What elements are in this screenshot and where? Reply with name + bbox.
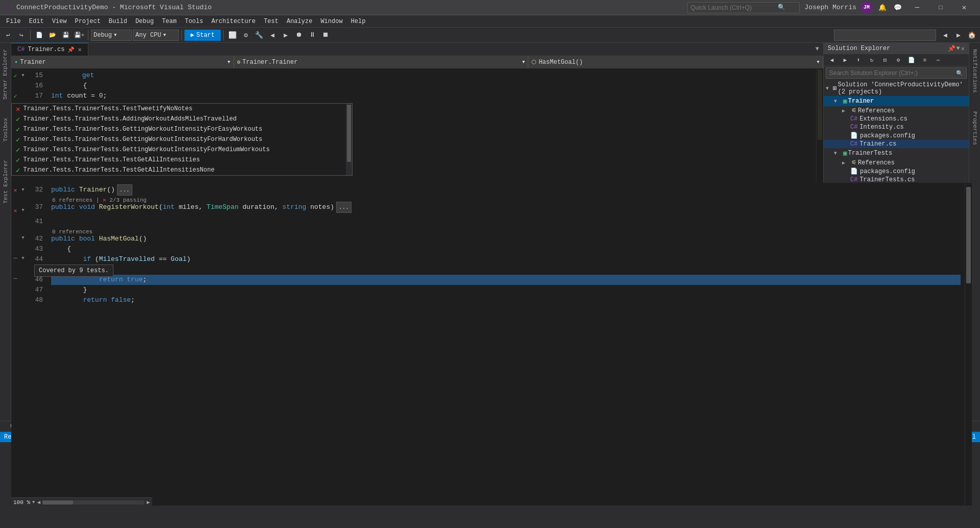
tab-close-icon[interactable]: ✕ — [78, 46, 81, 54]
test-popup-scrollbar[interactable] — [346, 104, 352, 175]
menu-window[interactable]: Window — [316, 15, 346, 28]
scroll-track[interactable] — [42, 500, 145, 505]
menu-help[interactable]: Help — [347, 15, 370, 28]
se-menu-icon[interactable]: ▼ — [956, 45, 960, 53]
lower-scrollbar[interactable] — [965, 183, 972, 421]
toolbar-btn5[interactable]: ▶ — [279, 29, 292, 41]
lower-code-content[interactable]: public Trainer() ... 6 references | ✕ 2/… — [47, 183, 965, 421]
tree-references-trainertests[interactable]: ▶ ⚟ References — [824, 158, 969, 167]
se-btn-extra[interactable]: ⋯ — [932, 54, 944, 66]
test-item-7[interactable]: ✓ Trainer.Tests.TrainerTests.TestGetAllI… — [12, 165, 352, 175]
se-btn-collapse[interactable]: ≡ — [919, 54, 931, 66]
debug-config-dropdown[interactable]: Debug ▼ — [91, 30, 132, 41]
tree-project-trainer[interactable]: ▼ ▣ Trainer — [824, 96, 969, 106]
zoom-scroll-left[interactable]: ◀ — [37, 499, 40, 506]
se-pin-icon[interactable]: 📌 — [948, 45, 955, 53]
toolbar-btn2[interactable]: ⚙ — [240, 29, 252, 41]
toolbar-btn8[interactable]: ⏹ — [319, 29, 332, 41]
nav-class-dropdown[interactable]: ▪ Trainer ▼ — [11, 56, 234, 68]
test-item-5[interactable]: ✓ Trainer.Tests.TrainerTests.GettingWork… — [12, 145, 352, 155]
tab-expand-button[interactable]: ▼ — [811, 43, 823, 56]
tree-solution[interactable]: ▼ ⊞ Solution 'ConnectProductivityDemo' (… — [824, 81, 969, 96]
toolbar-btn6[interactable]: ⏺ — [293, 29, 305, 41]
toolbox-tab[interactable]: Toolbox — [1, 114, 10, 146]
toolbar-save-all[interactable]: 💾+ — [73, 29, 85, 41]
toolbar-new[interactable]: 📄 — [33, 29, 45, 41]
editor-tab-trainer[interactable]: C# Trainer.cs 📌 ✕ — [11, 43, 88, 56]
se-search-box[interactable]: 🔍 — [826, 67, 967, 79]
se-btn-home[interactable]: ⬆ — [852, 54, 865, 66]
menu-test[interactable]: Test — [260, 15, 283, 28]
tree-project-trainertests[interactable]: ▼ ▣ TrainerTests — [824, 148, 969, 158]
nav-home[interactable]: 🏠 — [966, 29, 978, 41]
title-search-box[interactable]: 🔍 — [687, 2, 800, 13]
se-btn-refresh[interactable]: ↻ — [866, 54, 878, 66]
collapsed-32[interactable]: ... — [117, 184, 132, 196]
zoom-scroll-right[interactable]: ▶ — [147, 499, 150, 506]
se-close-icon[interactable]: ✕ — [961, 45, 965, 53]
cs-icon-trainer: C# — [850, 140, 857, 148]
menu-debug[interactable]: Debug — [131, 15, 158, 28]
test-item-1[interactable]: ✕ Trainer.Tests.TrainerTests.TestTweetif… — [12, 104, 352, 114]
platform-dropdown[interactable]: Any CPU ▼ — [133, 30, 179, 41]
menu-file[interactable]: File — [2, 15, 25, 28]
feedback-icon[interactable]: 💬 — [890, 0, 905, 15]
test-item-6[interactable]: ✓ Trainer.Tests.TrainerTests.TestGetAllI… — [12, 155, 352, 165]
toolbar-btn4[interactable]: ◀ — [266, 29, 278, 41]
maximize-button[interactable]: □ — [929, 0, 952, 15]
notifications-tab[interactable]: Notifications — [970, 45, 979, 97]
se-btn-filter[interactable]: ⊟ — [879, 54, 891, 66]
toolbar-save[interactable]: 💾 — [60, 29, 72, 41]
collapsed-37[interactable]: ... — [336, 202, 352, 213]
nav-back[interactable]: ◀ — [939, 29, 951, 41]
toolbar-btn7[interactable]: ⏸ — [306, 29, 318, 41]
toolbar-btn3[interactable]: 🔧 — [253, 29, 265, 41]
menu-project[interactable]: Project — [71, 15, 104, 28]
toolbar-btn1[interactable]: ⬜ — [226, 29, 239, 41]
tree-trainer-cs[interactable]: C# Trainer.cs — [824, 140, 969, 148]
trainertests-proj-icon: ▣ — [843, 149, 847, 157]
se-btn-forward[interactable]: ▶ — [839, 54, 851, 66]
title-text: ConnectProductivityDemo - Microsoft Visu… — [16, 4, 212, 11]
tab-pin-icon[interactable]: 📌 — [67, 46, 75, 53]
toolbar-open[interactable]: 📂 — [46, 29, 59, 41]
notification-icon[interactable]: 🔔 — [875, 0, 890, 15]
start-button[interactable]: ▶ ▶ Start Start — [184, 30, 221, 41]
test-item-2[interactable]: ✓ Trainer.Tests.TrainerTests.AddingWorko… — [12, 114, 352, 124]
se-search-input[interactable] — [829, 69, 956, 77]
tree-intensity-cs[interactable]: C# Intensity.cs — [824, 123, 969, 131]
toolbar-search[interactable] — [834, 30, 936, 41]
test-item-3[interactable]: ✓ Trainer.Tests.TrainerTests.GettingWork… — [12, 124, 352, 134]
toolbar-undo[interactable]: ↩ — [2, 29, 14, 41]
menu-build[interactable]: Build — [105, 15, 131, 28]
test-item-4[interactable]: ✓ Trainer.Tests.TrainerTests.GettingWork… — [12, 134, 352, 145]
server-explorer-tab[interactable]: Server Explorer — [1, 45, 11, 104]
close-button[interactable]: ✕ — [952, 0, 976, 15]
tree-references-trainer[interactable]: ▶ ⚟ References — [824, 106, 969, 115]
menu-team[interactable]: Team — [158, 15, 181, 28]
tree-packages-config-trainer[interactable]: 📄 packages.config — [824, 131, 969, 140]
tree-packages-config-tt[interactable]: 📄 packages.config — [824, 167, 969, 176]
menu-architecture[interactable]: Architecture — [207, 15, 260, 28]
zoom-dropdown-icon[interactable]: ▼ — [32, 500, 35, 505]
tree-extensions-cs[interactable]: C# Extensions.cs — [824, 115, 969, 123]
toolbar-redo[interactable]: ↪ — [15, 29, 28, 41]
ref-expand-icon: ▶ — [842, 108, 850, 114]
menu-analyze[interactable]: Analyze — [283, 15, 316, 28]
nav-forward[interactable]: ▶ — [952, 29, 965, 41]
menu-view[interactable]: View — [48, 15, 71, 28]
se-btn-showfile[interactable]: 📄 — [905, 54, 918, 66]
minimize-button[interactable]: ─ — [905, 0, 929, 15]
se-btn-settings[interactable]: ⚙ — [892, 54, 904, 66]
quick-launch-input[interactable] — [691, 4, 778, 11]
menu-edit[interactable]: Edit — [25, 15, 48, 28]
test-explorer-tab[interactable]: Test Explorer — [1, 156, 10, 208]
properties-tab[interactable]: Properties — [970, 107, 979, 149]
code-search-input[interactable] — [837, 32, 914, 38]
menu-tools[interactable]: Tools — [181, 15, 207, 28]
window-controls: 🔔 💬 ─ □ ✕ — [875, 0, 976, 15]
se-header: Solution Explorer 📌 ▼ ✕ — [824, 43, 969, 54]
nav-member-dropdown[interactable]: ⬡ HasMetGoal() ▼ — [528, 56, 823, 68]
se-btn-back[interactable]: ◀ — [826, 54, 838, 66]
nav-type-dropdown[interactable]: ⚙ Trainer.Trainer ▼ — [234, 56, 529, 68]
